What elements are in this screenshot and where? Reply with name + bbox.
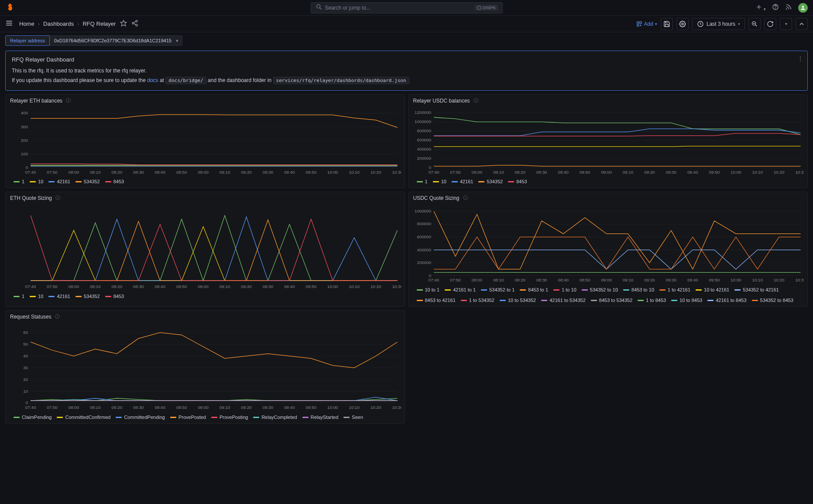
search-input[interactable]: Search or jump to... cmd+k xyxy=(311,2,503,14)
legend-item[interactable]: 10 xyxy=(433,179,446,184)
add-button[interactable]: Add ▾ xyxy=(636,21,657,27)
legend-item[interactable]: 534352 to 42161 xyxy=(734,287,779,292)
svg-text:09:20: 09:20 xyxy=(644,170,655,175)
svg-text:200000: 200000 xyxy=(417,260,431,265)
topbar-right: ▾ xyxy=(755,3,808,13)
legend-item[interactable]: CommittedPending xyxy=(116,415,165,420)
legend-item[interactable]: 42161 xyxy=(48,179,70,184)
legend-item[interactable]: 534352 to 10 xyxy=(582,287,618,292)
svg-text:10:00: 10:00 xyxy=(731,278,741,283)
info-icon[interactable]: ⓘ xyxy=(66,97,71,104)
save-button[interactable] xyxy=(661,18,673,30)
legend-item[interactable]: 10 to 42161 xyxy=(696,287,729,292)
time-range-button[interactable]: Last 3 hours ▾ xyxy=(692,18,745,30)
info-icon[interactable]: ⓘ xyxy=(463,195,468,201)
legend-item[interactable]: 8453 to 1 xyxy=(520,287,548,292)
svg-text:300: 300 xyxy=(21,124,28,129)
panel-usdc-balances[interactable]: Relayer USDC balances ⓘ 0200000400000600… xyxy=(408,94,808,188)
legend-item[interactable]: RelayCompleted xyxy=(253,415,297,420)
legend-item[interactable]: 42161 xyxy=(452,179,473,184)
svg-text:10:30: 10:30 xyxy=(392,284,401,289)
svg-text:09:00: 09:00 xyxy=(198,170,209,175)
legend-item[interactable]: 8453 xyxy=(105,294,124,299)
share-icon[interactable] xyxy=(131,20,138,28)
legend-item[interactable]: 1 to 42161 xyxy=(659,287,690,292)
legend-item[interactable]: ProvePosted xyxy=(170,415,206,420)
svg-text:200000: 200000 xyxy=(417,156,431,161)
legend-item[interactable]: RelayStarted xyxy=(302,415,339,420)
refresh-button[interactable] xyxy=(764,18,776,30)
menu-icon[interactable] xyxy=(5,19,13,28)
legend-item[interactable]: 534352 to 1 xyxy=(481,287,515,292)
panel-eth-balances[interactable]: Relayer ETH balances ⓘ 010020030040007:4… xyxy=(5,94,405,188)
refresh-dropdown[interactable]: ▾ xyxy=(780,18,792,30)
variable-select[interactable]: 0xD18764d56CF9DfC2e3779C7E3D6d18dA1C2194… xyxy=(50,35,182,46)
legend-item[interactable]: 42161 xyxy=(48,294,70,299)
legend-item[interactable]: 1 to 8453 xyxy=(638,298,666,303)
grafana-logo-icon[interactable] xyxy=(5,3,16,13)
avatar[interactable] xyxy=(798,3,808,13)
legend-item[interactable]: ProvePosting xyxy=(211,415,248,420)
legend-item[interactable]: ClaimPending xyxy=(14,415,51,420)
svg-text:200: 200 xyxy=(21,138,28,143)
crumb-home[interactable]: Home xyxy=(19,21,34,27)
legend-item[interactable]: 10 to 534352 xyxy=(500,298,536,303)
legend-item[interactable]: 1 xyxy=(14,294,24,299)
settings-button[interactable] xyxy=(676,18,689,30)
legend-item[interactable]: 8453 xyxy=(508,179,527,184)
legend-item[interactable]: 534352 xyxy=(75,179,100,184)
svg-text:09:10: 09:10 xyxy=(220,284,230,289)
variable-label: Relayer address xyxy=(5,35,50,46)
svg-text:09:20: 09:20 xyxy=(644,278,655,283)
legend-item[interactable]: 10 to 1 xyxy=(417,287,440,292)
legend-item[interactable]: 534352 xyxy=(75,294,100,299)
legend-item[interactable]: 1 to 534352 xyxy=(461,298,494,303)
svg-text:08:40: 08:40 xyxy=(558,278,569,283)
crumb-dashboards[interactable]: Dashboards xyxy=(43,21,74,27)
legend-item[interactable]: CommittedConfirmed xyxy=(57,415,110,420)
svg-text:10:30: 10:30 xyxy=(392,170,401,175)
info-icon[interactable]: ⓘ xyxy=(55,313,60,320)
plus-icon[interactable]: ▾ xyxy=(755,3,766,12)
legend-item[interactable]: 42161 to 8453 xyxy=(707,298,746,303)
legend-item[interactable]: 10 xyxy=(30,294,43,299)
panel-usdc-quote[interactable]: USDC Quote Sizing ⓘ 02000004000006000008… xyxy=(408,192,808,307)
legend-item[interactable]: 42161 to 534352 xyxy=(541,298,586,303)
svg-text:07:50: 07:50 xyxy=(47,284,58,289)
legend-item[interactable]: 42161 to 1 xyxy=(445,287,476,292)
svg-text:08:10: 08:10 xyxy=(493,278,504,283)
star-icon[interactable] xyxy=(120,20,127,28)
legend-item[interactable]: Seen xyxy=(343,415,363,420)
panel-request-statuses[interactable]: Request Statuses ⓘ 010203040506007:4007:… xyxy=(5,310,405,424)
legend-item[interactable]: 1 xyxy=(417,179,428,184)
docs-link[interactable]: docs xyxy=(147,77,158,83)
rss-icon[interactable] xyxy=(785,3,792,12)
legend-item[interactable]: 8453 xyxy=(105,179,124,184)
topbar: Search or jump to... cmd+k ▾ xyxy=(0,0,813,16)
legend-item[interactable]: 10 xyxy=(30,179,43,184)
svg-text:10:00: 10:00 xyxy=(327,284,338,289)
svg-text:10:20: 10:20 xyxy=(370,405,381,410)
legend-item[interactable]: 8453 to 10 xyxy=(623,287,654,292)
zoom-out-button[interactable] xyxy=(748,18,761,30)
collapse-button[interactable] xyxy=(796,18,808,30)
svg-text:600000: 600000 xyxy=(417,137,431,142)
legend-item[interactable]: 10 to 8453 xyxy=(671,298,702,303)
panel-eth-quote[interactable]: ETH Quote Sizing ⓘ 07:4007:5008:0008:100… xyxy=(5,192,405,307)
panel-menu-icon[interactable]: ⋮ xyxy=(796,54,805,63)
legend-item[interactable]: 1 to 10 xyxy=(553,287,576,292)
info-icon[interactable]: ⓘ xyxy=(55,195,60,201)
svg-text:08:50: 08:50 xyxy=(176,170,187,175)
legend-item[interactable]: 534352 xyxy=(478,179,503,184)
legend-item[interactable]: 8453 to 534352 xyxy=(591,298,632,303)
crumb-current[interactable]: RFQ Relayer xyxy=(82,21,116,27)
variable-bar: Relayer address 0xD18764d56CF9DfC2e3779C… xyxy=(0,32,813,49)
legend-item[interactable]: 8453 to 42161 xyxy=(417,298,456,303)
svg-rect-19 xyxy=(640,21,641,23)
legend-item[interactable]: 1 xyxy=(14,179,24,184)
legend-item[interactable]: 534352 to 8453 xyxy=(752,298,793,303)
info-icon[interactable]: ⓘ xyxy=(473,97,478,104)
svg-point-8 xyxy=(802,6,804,8)
svg-text:09:30: 09:30 xyxy=(665,278,676,283)
help-icon[interactable] xyxy=(772,3,779,12)
